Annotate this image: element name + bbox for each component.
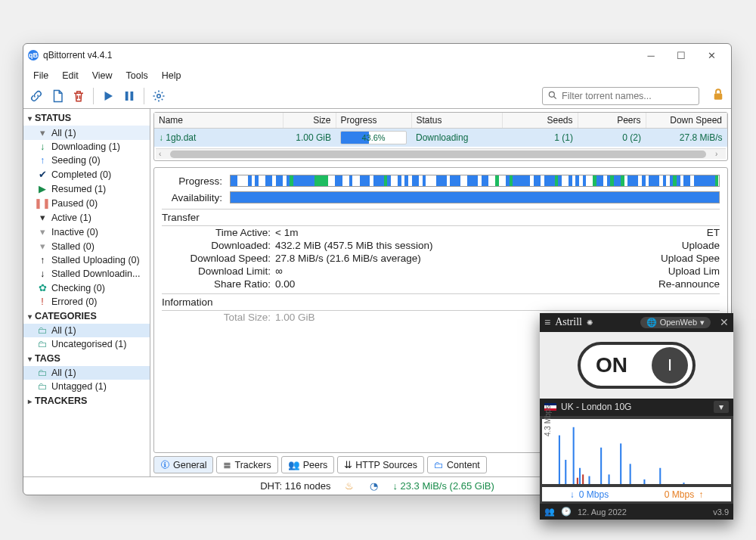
- vpn-toggle[interactable]: ON I: [578, 342, 696, 389]
- search-input[interactable]: [562, 91, 694, 101]
- vpn-mode[interactable]: 🌐OpenWeb ▾: [640, 317, 711, 328]
- search-icon: [547, 90, 558, 103]
- sidebar-status-inactive[interactable]: ▾Inactive (0): [23, 225, 150, 239]
- col-dspeed[interactable]: Down Speed: [646, 113, 727, 129]
- col-name[interactable]: Name: [154, 113, 283, 129]
- close-button[interactable]: ✕: [696, 45, 727, 66]
- tab-http[interactable]: ⇊HTTP Sources: [337, 456, 424, 473]
- sidebar-status-stalled[interactable]: ▾Stalled (0): [23, 239, 150, 253]
- funnel-icon: ▾: [37, 241, 48, 252]
- sidebar-status-paused[interactable]: ❚❚Paused (0): [23, 196, 150, 210]
- chevron-down-icon: ▾: [28, 312, 32, 321]
- sidebar-status-all[interactable]: ▾All (1): [23, 126, 150, 140]
- vpn-server-label: UK - London 10G: [561, 402, 631, 412]
- check-icon: ✔: [37, 169, 48, 180]
- funnel-icon: ▾: [37, 226, 48, 237]
- cell-size: 1.00 GiB: [283, 129, 336, 147]
- users-icon[interactable]: 👥: [544, 507, 555, 517]
- svg-point-2: [157, 95, 161, 98]
- cell-dspeed: 27.8 MiB/s: [646, 129, 727, 147]
- toggle-knob: I: [652, 347, 688, 383]
- menu-help[interactable]: Help: [156, 68, 187, 83]
- pause-icon: ❚❚: [37, 197, 48, 209]
- sidebar-cat-all[interactable]: 🗀All (1): [23, 324, 150, 337]
- torrent-row[interactable]: ↓ 1gb.dat 1.00 GiB 43.6% Downloading 1 (…: [154, 129, 727, 147]
- availability-strip: [230, 191, 720, 203]
- pause-icon[interactable]: [122, 89, 136, 103]
- cell-name: ↓ 1gb.dat: [154, 129, 283, 147]
- settings-icon[interactable]: [152, 89, 166, 103]
- col-status[interactable]: Status: [411, 113, 502, 129]
- vpn-graph: 4.3 Mbps: [542, 419, 731, 484]
- search-box[interactable]: [542, 87, 699, 105]
- vpn-footer: 👥 🕑 12. Aug 2022 v3.9: [540, 504, 733, 520]
- vpn-name: Astrill: [555, 316, 582, 328]
- lock-icon[interactable]: [711, 88, 725, 104]
- sidebar-status-completed[interactable]: ✔Completed (0): [23, 167, 150, 182]
- down-arrow-icon: ↓: [392, 480, 398, 492]
- menu-edit[interactable]: Edit: [57, 68, 84, 83]
- tab-peers[interactable]: 👥Peers: [281, 456, 335, 473]
- down-arrow-icon: ↓: [570, 489, 575, 500]
- cell-peers: 0 (2): [578, 129, 646, 147]
- chevron-down-icon[interactable]: ▾: [714, 401, 729, 413]
- menu-tools[interactable]: Tools: [121, 68, 153, 83]
- sidebar-status-resumed[interactable]: ▶Resumed (1): [23, 182, 150, 196]
- progress-strip: [230, 175, 720, 187]
- globe-icon: 🌐: [646, 318, 657, 327]
- col-progress[interactable]: Progress: [336, 113, 411, 129]
- folder-icon: 🗀: [37, 368, 48, 378]
- vpn-version: v3.9: [713, 507, 729, 517]
- status-dl: ↓ 23.3 MiB/s (2.65 GiB): [392, 480, 494, 492]
- resume-icon[interactable]: [101, 89, 115, 103]
- delete-icon[interactable]: [72, 89, 85, 103]
- menu-view[interactable]: View: [87, 68, 118, 83]
- add-file-icon[interactable]: [51, 89, 64, 103]
- transfer-head: Transfer: [162, 209, 720, 226]
- maximize-button[interactable]: ☐: [666, 45, 696, 66]
- tab-trackers[interactable]: ≣Trackers: [216, 456, 277, 473]
- close-icon[interactable]: ✕: [720, 316, 729, 328]
- sidebar-cat-uncategorised[interactable]: 🗀Uncategorised (1): [23, 337, 150, 351]
- sidebar-head-tags[interactable]: ▾TAGS: [23, 351, 150, 366]
- sidebar-status-stalled-downloading[interactable]: ↓Stalled Downloadin...: [23, 267, 150, 281]
- flame-icon[interactable]: ♨: [344, 481, 355, 492]
- horizontal-scrollbar[interactable]: ‹›: [156, 148, 726, 159]
- cell-seeds: 1 (1): [502, 129, 578, 147]
- tab-general[interactable]: 🛈General: [153, 456, 213, 473]
- sidebar-status-seeding[interactable]: ↑Seeding (0): [23, 154, 150, 167]
- add-link-icon[interactable]: [29, 89, 43, 103]
- speed-limit-icon[interactable]: ◔: [368, 481, 379, 492]
- sidebar-status-downloading[interactable]: ↓Downloading (1): [23, 140, 150, 154]
- sidebar-status-stalled-uploading[interactable]: ↑Stalled Uploading (0): [23, 253, 150, 267]
- vpn-server-row[interactable]: UK - London 10G ▾: [540, 399, 733, 416]
- col-peers[interactable]: Peers: [578, 113, 646, 129]
- sidebar-head-trackers[interactable]: ▸TRACKERS: [23, 393, 150, 408]
- sidebar-tag-untagged[interactable]: 🗀Untagged (1): [23, 380, 150, 393]
- funnel-icon: ▾: [37, 212, 48, 223]
- hamburger-icon[interactable]: ≡: [544, 316, 550, 328]
- sidebar-status-errored[interactable]: !Errored (0): [23, 295, 150, 309]
- sidebar-status-checking[interactable]: ✿Checking (0): [23, 281, 150, 295]
- astrill-widget: ≡ Astrill✺ 🌐OpenWeb ▾ ✕ ON I UK - London…: [540, 313, 733, 520]
- gear-icon: ✿: [37, 282, 48, 293]
- folder-icon: 🗀: [434, 460, 444, 470]
- sidebar-head-categories[interactable]: ▾CATEGORIES: [23, 309, 150, 324]
- vpn-rates: ↓0 Mbps 0 Mbps↑: [542, 487, 731, 501]
- sidebar-tag-all[interactable]: 🗀All (1): [23, 366, 150, 380]
- information-head: Information: [162, 293, 720, 311]
- col-seeds[interactable]: Seeds: [502, 113, 578, 129]
- menu-file[interactable]: File: [28, 68, 54, 83]
- sidebar-status-active[interactable]: ▾Active (1): [23, 210, 150, 225]
- minimize-button[interactable]: ─: [636, 45, 666, 66]
- transfer-grid: Time Active:< 1m Downloaded:432.2 MiB (4…: [162, 226, 720, 290]
- vpn-dl-rate: ↓0 Mbps: [542, 487, 637, 501]
- folder-icon: 🗀: [37, 339, 48, 349]
- tab-content[interactable]: 🗀Content: [427, 456, 487, 473]
- sidebar-head-status[interactable]: ▾STATUS: [23, 110, 150, 126]
- trackers-icon: ≣: [223, 459, 231, 470]
- down-arrow-icon: ↓: [37, 141, 48, 152]
- down-arrow-icon: ↓: [159, 132, 163, 143]
- col-size[interactable]: Size: [283, 113, 336, 129]
- svg-rect-4: [714, 94, 723, 100]
